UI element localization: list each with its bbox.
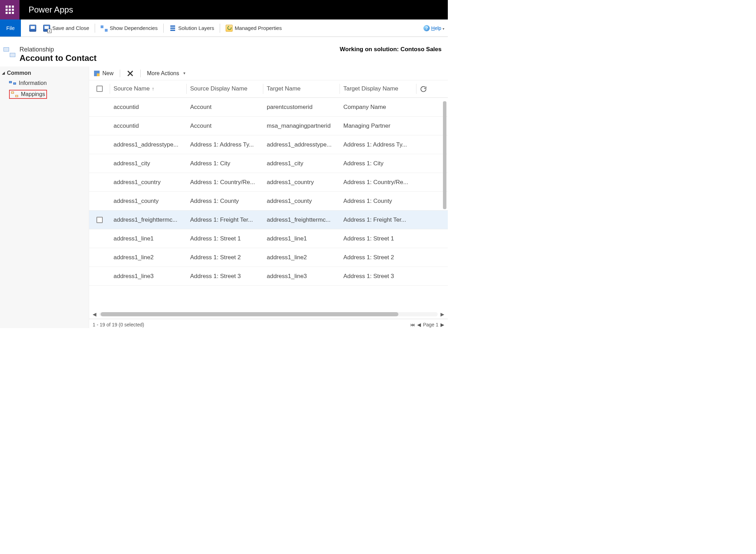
breadcrumb: Relationship bbox=[20, 46, 96, 53]
cell-source-display-name: Account bbox=[187, 122, 263, 129]
table-row[interactable]: address1_line3Address 1: Street 3address… bbox=[89, 267, 448, 286]
mappings-icon bbox=[11, 92, 18, 97]
save-icon bbox=[29, 25, 36, 32]
layers-icon bbox=[169, 25, 176, 32]
column-label: Target Display Name bbox=[343, 85, 398, 92]
cell-target-display-name: Address 1: Address Ty... bbox=[340, 141, 416, 148]
sidebar-item-information[interactable]: Information bbox=[0, 78, 89, 88]
column-header-source-display-name[interactable]: Source Display Name bbox=[187, 84, 263, 94]
managed-properties-label: Managed Properties bbox=[235, 25, 282, 31]
app-title: Power Apps bbox=[20, 0, 73, 19]
new-label: New bbox=[102, 70, 114, 77]
cell-source-display-name: Address 1: Street 2 bbox=[187, 254, 263, 261]
app-launcher[interactable] bbox=[0, 0, 20, 19]
next-page-button[interactable]: ▶ bbox=[441, 322, 444, 327]
cell-target-display-name: Address 1: Country/Re... bbox=[340, 179, 416, 186]
help-icon: ? bbox=[423, 25, 430, 31]
cell-target-display-name: Address 1: Freight Ter... bbox=[340, 216, 416, 223]
row-checkbox-cell[interactable] bbox=[89, 217, 110, 223]
cell-source-name: address1_addresstype... bbox=[110, 141, 187, 148]
column-label: Source Name bbox=[114, 85, 150, 92]
properties-icon bbox=[226, 25, 233, 32]
sidebar-item-label: Mappings bbox=[21, 91, 45, 97]
cell-target-name: address1_county bbox=[263, 198, 340, 205]
dependencies-icon bbox=[101, 25, 108, 32]
table-row[interactable]: accountidAccountmsa_managingpartneridMan… bbox=[89, 117, 448, 135]
cell-source-display-name: Address 1: Street 1 bbox=[187, 235, 263, 242]
table-row[interactable]: address1_countryAddress 1: Country/Re...… bbox=[89, 173, 448, 192]
prev-page-button[interactable]: ◀ bbox=[417, 322, 421, 327]
managed-properties-button[interactable]: Managed Properties bbox=[222, 19, 285, 37]
cell-target-name: msa_managingpartnerid bbox=[263, 122, 340, 129]
solution-layers-label: Solution Layers bbox=[178, 25, 214, 31]
cell-source-display-name: Address 1: Street 3 bbox=[187, 273, 263, 280]
vertical-scrollbar[interactable] bbox=[443, 101, 446, 209]
scroll-thumb[interactable] bbox=[101, 312, 398, 316]
solution-status: Working on solution: Contoso Sales bbox=[340, 46, 444, 53]
page-title: Account to Contact bbox=[20, 53, 96, 63]
table-row[interactable]: address1_freighttermc...Address 1: Freig… bbox=[89, 211, 448, 229]
save-close-button[interactable]: x Save and Close bbox=[40, 19, 93, 37]
cell-source-name: accountid bbox=[110, 104, 187, 111]
cell-source-name: address1_line1 bbox=[110, 235, 187, 242]
select-all-header[interactable] bbox=[89, 84, 110, 94]
file-tab[interactable]: File bbox=[0, 19, 21, 37]
cell-target-name: address1_line3 bbox=[263, 273, 340, 280]
refresh-button[interactable] bbox=[416, 85, 430, 93]
sort-asc-icon: ↑ bbox=[152, 86, 154, 92]
separator bbox=[95, 24, 95, 33]
cell-target-display-name: Managing Partner bbox=[340, 122, 416, 129]
delete-button[interactable] bbox=[124, 70, 136, 77]
delete-icon bbox=[126, 70, 134, 77]
column-header-target-display-name[interactable]: Target Display Name bbox=[340, 84, 416, 94]
table-row[interactable]: address1_countyAddress 1: Countyaddress1… bbox=[89, 192, 448, 211]
column-label: Target Name bbox=[267, 85, 301, 92]
sidebar-item-mappings[interactable]: Mappings bbox=[0, 88, 89, 101]
chevron-down-icon: ▼ bbox=[183, 71, 186, 75]
content-area: New More Actions ▼ Source Name ↑ Source … bbox=[89, 66, 448, 328]
table-row[interactable]: address1_line2Address 1: Street 2address… bbox=[89, 248, 448, 267]
sidebar: Common Information Mappings bbox=[0, 66, 89, 328]
cell-source-display-name: Address 1: City bbox=[187, 160, 263, 167]
column-label: Source Display Name bbox=[190, 85, 247, 92]
cell-target-name: address1_line1 bbox=[263, 235, 340, 242]
sidebar-item-label: Information bbox=[19, 80, 47, 86]
waffle-icon bbox=[6, 6, 14, 14]
cell-target-display-name: Address 1: County bbox=[340, 198, 416, 205]
table-row[interactable]: address1_line1Address 1: Street 1address… bbox=[89, 229, 448, 248]
cell-target-display-name: Address 1: Street 3 bbox=[340, 273, 416, 280]
checkbox-icon bbox=[96, 86, 103, 92]
table-row[interactable]: accountidAccountparentcustomeridCompany … bbox=[89, 98, 448, 117]
column-header-target-name[interactable]: Target Name bbox=[263, 84, 340, 94]
help-button[interactable]: ? Help ▾ bbox=[423, 25, 448, 31]
show-dependencies-button[interactable]: Show Dependencies bbox=[97, 19, 161, 37]
scroll-right-icon[interactable]: ▶ bbox=[441, 311, 444, 317]
cell-target-name: address1_line2 bbox=[263, 254, 340, 261]
save-button[interactable] bbox=[26, 19, 40, 37]
new-icon bbox=[93, 70, 100, 77]
command-bar: File x Save and Close Show Dependencies … bbox=[0, 19, 448, 37]
separator bbox=[120, 70, 120, 77]
scroll-left-icon[interactable]: ◀ bbox=[93, 311, 96, 317]
horizontal-scrollbar[interactable]: ◀ ▶ bbox=[89, 310, 448, 319]
cell-source-name: address1_country bbox=[110, 179, 187, 186]
cell-target-name: address1_city bbox=[263, 160, 340, 167]
cell-target-name: address1_freighttermc... bbox=[263, 216, 340, 223]
cell-target-display-name: Address 1: Street 2 bbox=[340, 254, 416, 261]
solution-layers-button[interactable]: Solution Layers bbox=[166, 19, 218, 37]
sidebar-group-common[interactable]: Common bbox=[0, 68, 89, 78]
more-actions-button[interactable]: More Actions ▼ bbox=[145, 70, 188, 77]
grid-toolbar: New More Actions ▼ bbox=[89, 66, 448, 80]
new-button[interactable]: New bbox=[91, 70, 116, 77]
table-row[interactable]: address1_cityAddress 1: Cityaddress1_cit… bbox=[89, 154, 448, 173]
pager: ⏮ ◀ Page 1 ▶ bbox=[410, 322, 444, 327]
help-label: Help ▾ bbox=[431, 25, 444, 31]
record-count-status: 1 - 19 of 19 (0 selected) bbox=[93, 322, 144, 327]
table-row[interactable]: address1_addresstype...Address 1: Addres… bbox=[89, 135, 448, 154]
scroll-track[interactable] bbox=[99, 312, 438, 316]
cell-source-display-name: Address 1: County bbox=[187, 198, 263, 205]
separator bbox=[140, 70, 141, 77]
first-page-button[interactable]: ⏮ bbox=[410, 322, 415, 327]
cell-source-name: address1_freighttermc... bbox=[110, 216, 187, 223]
column-header-source-name[interactable]: Source Name ↑ bbox=[110, 84, 187, 94]
